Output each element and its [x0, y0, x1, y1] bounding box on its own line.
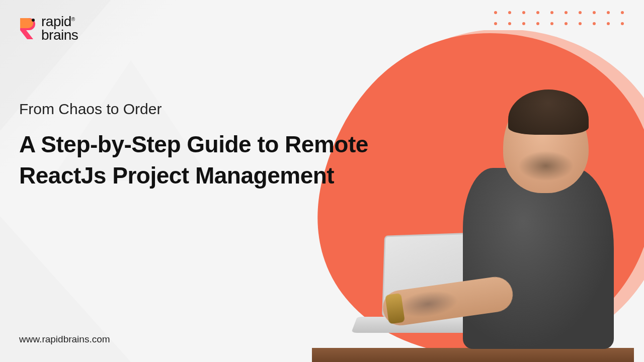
eyebrow-text: From Chaos to Order [19, 101, 371, 118]
logo-wordmark: rapid® brains [41, 15, 78, 42]
logo-line2: brains [41, 27, 78, 43]
page-title: A Step-by-Step Guide to Remote ReactJs P… [19, 129, 371, 191]
person-figure [453, 87, 614, 349]
brand-logo: rapid® brains [18, 15, 78, 42]
desk-surface [312, 348, 634, 362]
decorative-dot-grid [494, 11, 626, 27]
footer-url: www.rapidbrains.com [19, 334, 110, 345]
headline-block: From Chaos to Order A Step-by-Step Guide… [19, 101, 371, 191]
svg-point-3 [32, 19, 35, 22]
registered-mark: ® [71, 17, 75, 22]
logo-mark-icon [18, 17, 36, 40]
